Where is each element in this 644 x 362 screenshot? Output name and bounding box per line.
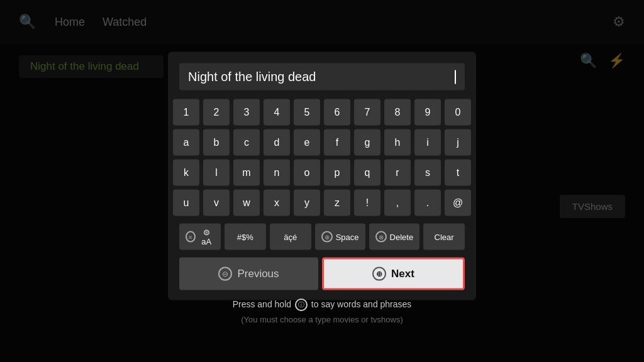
key-g[interactable]: g (354, 129, 380, 156)
key-q[interactable]: q (354, 160, 380, 186)
key-exclaim[interactable]: ! (354, 190, 380, 216)
key-z[interactable]: z (324, 190, 350, 216)
previous-button[interactable]: ⊖ Previous (179, 258, 318, 290)
key-h[interactable]: h (384, 129, 411, 156)
accents-button[interactable]: äçé (270, 224, 311, 250)
key-comma[interactable]: , (384, 190, 411, 216)
hint-icon: ⓘ (295, 299, 308, 311)
key-b[interactable]: b (203, 129, 230, 156)
previous-label: Previous (237, 268, 279, 280)
circle-icon: ≡ (186, 231, 196, 243)
clear-button[interactable]: Clear (423, 224, 465, 250)
key-at[interactable]: @ (445, 190, 471, 216)
keyboard-modal: Night of the living dead 1 2 3 4 5 6 7 8… (168, 52, 476, 300)
next-button[interactable]: ⊕ Next (322, 258, 465, 290)
key-p[interactable]: p (324, 160, 350, 186)
next-circle-icon: ⊕ (372, 267, 386, 281)
key-o[interactable]: o (294, 160, 320, 186)
key-c[interactable]: c (233, 129, 260, 156)
key-j[interactable]: j (445, 129, 471, 156)
key-d[interactable]: d (264, 129, 290, 156)
symbols-button[interactable]: #$% (225, 224, 266, 250)
key-6[interactable]: 6 (324, 99, 350, 126)
key-7[interactable]: 7 (354, 99, 380, 126)
abc-label: ⊜ aA (199, 228, 214, 246)
previous-circle-icon: ⊖ (218, 267, 232, 281)
key-k[interactable]: k (173, 160, 199, 186)
circle-icon-space: ⊕ (321, 231, 333, 243)
key-e[interactable]: e (294, 129, 320, 156)
key-period[interactable]: . (414, 190, 441, 216)
key-n[interactable]: n (264, 160, 290, 186)
key-m[interactable]: m (233, 160, 260, 186)
number-row: 1 2 3 4 5 6 7 8 9 0 (179, 99, 465, 126)
key-l[interactable]: l (203, 160, 230, 186)
text-cursor (455, 70, 456, 84)
key-8[interactable]: 8 (384, 99, 411, 126)
key-u[interactable]: u (173, 190, 199, 216)
row-a-j: a b c d e f g h i j (179, 129, 465, 156)
abc-toggle-button[interactable]: ≡ ⊜ aA (179, 224, 221, 250)
space-label: Space (336, 232, 359, 241)
search-input-text: Night of the living dead (188, 70, 453, 84)
key-0[interactable]: 0 (445, 99, 471, 126)
search-input-area[interactable]: Night of the living dead (179, 63, 465, 90)
delete-button[interactable]: ⊗ Delete (369, 224, 420, 250)
row-k-t: k l m n o p q r s t (179, 160, 465, 186)
key-5[interactable]: 5 (294, 99, 320, 126)
key-a[interactable]: a (173, 129, 199, 156)
key-w[interactable]: w (233, 190, 260, 216)
key-s[interactable]: s (414, 160, 441, 186)
key-i[interactable]: i (414, 129, 441, 156)
bottom-hint: Press and hold ⓘ to say words and phrase… (0, 299, 644, 324)
hint-sub: (You must choose a type movies or tvshow… (0, 315, 644, 324)
key-t[interactable]: t (445, 160, 471, 186)
key-v[interactable]: v (203, 190, 230, 216)
key-r[interactable]: r (384, 160, 411, 186)
row-u-at: u v w x y z ! , . @ (179, 190, 465, 216)
key-f[interactable]: f (324, 129, 350, 156)
key-9[interactable]: 9 (414, 99, 441, 126)
next-label: Next (391, 268, 414, 280)
key-4[interactable]: 4 (264, 99, 290, 126)
nav-buttons: ⊖ Previous ⊕ Next (179, 258, 465, 290)
delete-label: Delete (390, 232, 414, 241)
key-y[interactable]: y (294, 190, 320, 216)
hint-main: Press and hold ⓘ to say words and phrase… (0, 299, 644, 311)
key-3[interactable]: 3 (233, 99, 260, 126)
circle-icon-delete: ⊗ (375, 231, 387, 243)
key-2[interactable]: 2 (203, 99, 230, 126)
keyboard-rows: 1 2 3 4 5 6 7 8 9 0 a b c d e f g h i j … (179, 99, 465, 250)
space-button[interactable]: ⊕ Space (315, 224, 365, 250)
key-1[interactable]: 1 (173, 99, 199, 126)
special-keys-row: ≡ ⊜ aA #$% äçé ⊕ Space ⊗ Delete Clear (179, 224, 465, 250)
key-x[interactable]: x (264, 190, 290, 216)
